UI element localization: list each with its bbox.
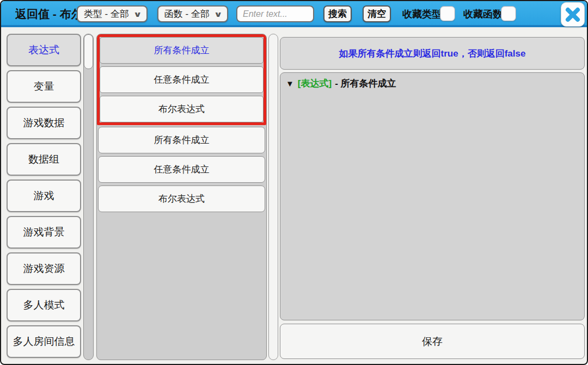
sidebar-item-variable[interactable]: 变量 — [7, 70, 81, 103]
sidebar-item-game-resource[interactable]: 游戏资源 — [7, 252, 81, 285]
sidebar-item-game-background[interactable]: 游戏背景 — [7, 216, 81, 249]
search-button[interactable]: 搜索 — [323, 5, 352, 22]
function-item-all-conditions[interactable]: 所有条件成立 — [98, 127, 265, 153]
chevron-down-icon: ∨ — [214, 10, 223, 18]
function-item-all-conditions[interactable]: 所有条件成立 — [100, 37, 264, 64]
function-item-any-conditions[interactable]: 任意条件成立 — [100, 66, 264, 93]
sidebar-scrollbar-thumb[interactable] — [84, 34, 93, 69]
highlight-red-box: 所有条件成立 任意条件成立 布尔表达式 — [97, 34, 266, 125]
function-filter-label: 函数 - 全部 — [164, 8, 210, 20]
toolbar: 返回值 - 布尔 类型 - 全部 ∨ 函数 - 全部 ∨ 搜索 清空 收藏类型 … — [1, 1, 587, 27]
node-name-label: - 所有条件成立 — [335, 77, 396, 90]
chevron-down-icon: ∨ — [133, 10, 142, 18]
sidebar-item-game-data[interactable]: 游戏数据 — [7, 107, 81, 139]
collapse-triangle-icon[interactable]: ▼ — [286, 79, 294, 88]
close-button[interactable] — [561, 2, 585, 27]
search-input[interactable] — [236, 5, 314, 22]
expression-node[interactable]: ▼ [表达式] - 所有条件成立 — [286, 77, 579, 90]
function-picker-window: 返回值 - 布尔 类型 - 全部 ∨ 函数 - 全部 ∨ 搜索 清空 收藏类型 … — [0, 0, 588, 365]
function-item-bool-expression[interactable]: 布尔表达式 — [98, 185, 265, 212]
sidebar-item-game[interactable]: 游戏 — [7, 180, 81, 212]
window-title: 返回值 - 布尔 — [15, 7, 83, 22]
node-category-label: [表达式] — [298, 77, 332, 90]
type-filter-label: 类型 - 全部 — [84, 8, 129, 20]
clear-button[interactable]: 清空 — [363, 5, 391, 22]
function-item-any-conditions[interactable]: 任意条件成立 — [98, 156, 265, 183]
favorite-type-label: 收藏类型 — [402, 8, 442, 21]
expression-editor: ▼ [表达式] - 所有条件成立 — [280, 72, 585, 320]
sidebar-item-data-group[interactable]: 数据组 — [7, 143, 81, 176]
category-sidebar: 表达式 变量 游戏数据 数据组 游戏 游戏背景 游戏资源 多人模式 多人房间信息 — [7, 34, 81, 360]
favorite-type-checkbox[interactable] — [440, 6, 455, 21]
close-icon — [565, 7, 581, 23]
function-list-scrollbar[interactable] — [268, 34, 278, 360]
type-filter-dropdown[interactable]: 类型 - 全部 ∨ — [77, 5, 148, 22]
function-description: 如果所有条件成立则返回true，否则返回false — [280, 37, 585, 70]
function-list: 所有条件成立 任意条件成立 布尔表达式 所有条件成立 任意条件成立 布尔表达式 — [96, 34, 267, 360]
sidebar-item-expression[interactable]: 表达式 — [7, 34, 81, 66]
sidebar-item-multiplayer[interactable]: 多人模式 — [7, 289, 81, 321]
function-item-bool-expression[interactable]: 布尔表达式 — [100, 96, 264, 122]
favorite-func-checkbox[interactable] — [501, 6, 516, 21]
sidebar-scrollbar[interactable] — [83, 34, 94, 360]
function-filter-dropdown[interactable]: 函数 - 全部 ∨ — [157, 5, 228, 22]
favorite-func-label: 收藏函数 — [463, 8, 503, 21]
save-button[interactable]: 保存 — [280, 324, 585, 359]
sidebar-item-room-info[interactable]: 多人房间信息 — [7, 325, 81, 358]
